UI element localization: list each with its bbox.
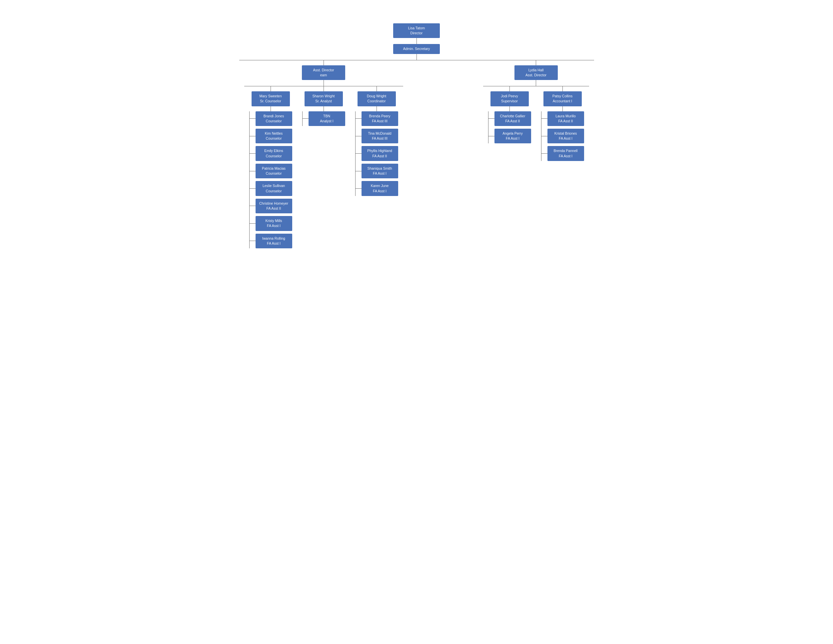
iwanna_rolling-box: Iwanna RollingFA Asst I [256,233,292,248]
director-box: Lisa TatomDirector [393,23,440,38]
mary_sweeten-box: Mary SweetenSr. Counselor [252,91,290,106]
admin_secretary-box: Admin. Secretary [393,44,440,54]
jodi_peevy-box: Jodi PeevySupervisor [490,91,529,106]
brenda_pannell-box: Brenda PannellFA Asst I [547,146,584,161]
emily_elkins-box: Emily ElkinsCounselor [256,146,292,161]
christine_homeyer-box: Christine HomeyerFA Asst II [256,199,292,213]
leslie_sullivan-box: Leslie SullivanCounselor [256,181,292,196]
shaniqua_smith-box: Shaniqua SmithFA Asst I [362,164,398,178]
angela_perry-box: Angela PerryFA Asst I [494,129,531,143]
phyllis_highland-box: Phyllis HighlandFA Asst II [362,146,398,161]
sharon_wright-box: Sharon WrightSr. Analyst [304,91,343,106]
asst_director_left-box: Asst. Directoream [302,65,345,80]
brandi_jones-box: Brandi JonesCounselor [256,111,292,126]
kim_nettles-box: Kim NettlesCounselor [256,129,292,143]
karen_june-box: Karen JuneFA Asst I [362,181,398,196]
kristal_briones-box: Kristal BrionesFA Asst I [547,129,584,143]
tbn-box: TBNAnalyst I [309,111,345,126]
doug_wright-box: Doug WrightCoordinator [357,91,396,106]
brenda_peery-box: Brenda PeeryFA Asst III [362,111,398,126]
laura_murillo-box: Laura MurilloFA Asst II [547,111,584,126]
kristy_mills-box: Kristy MillsFA Asst I [256,216,292,231]
patsy_collins-box: Patsy CollinsAccountant I [544,91,582,106]
charlotte_gallier-box: Charlotte GallierFA Asst II [494,111,531,126]
asst_director_right-box: Lydia HallAsst. Director [515,65,558,80]
patricia_macias-box: Patricia MaciasCounselor [256,164,292,178]
tina_mcdonald-box: Tina McDonaldFA Asst III [362,129,398,143]
